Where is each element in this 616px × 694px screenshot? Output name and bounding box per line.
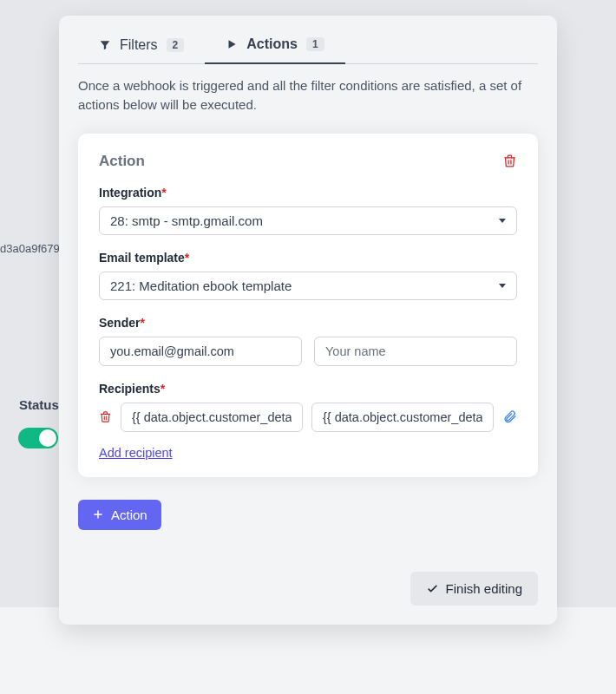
- tab-filters-badge: 2: [167, 38, 185, 52]
- actions-modal: Filters 2 Actions 1 Once a webhook is tr…: [59, 16, 557, 625]
- play-icon: [226, 38, 238, 50]
- sender-name-input[interactable]: [314, 337, 517, 366]
- toggle-knob: [39, 429, 56, 447]
- add-recipient-link[interactable]: Add recipient: [99, 446, 173, 460]
- template-label: Email template*: [99, 251, 517, 265]
- add-action-button[interactable]: Action: [78, 500, 161, 530]
- actions-description: Once a webhook is triggered and all the …: [78, 76, 538, 115]
- template-value: 221: Meditation ebook template: [110, 278, 292, 293]
- integration-select[interactable]: 28: smtp - smtp.gmail.com: [99, 206, 517, 235]
- remove-recipient-icon[interactable]: [99, 410, 112, 423]
- tab-actions-badge: 1: [306, 37, 324, 51]
- status-label: Status: [19, 397, 59, 412]
- modal-footer: Finish editing: [78, 572, 538, 606]
- integration-field: Integration* 28: smtp - smtp.gmail.com: [99, 186, 517, 235]
- status-toggle[interactable]: [18, 428, 58, 448]
- action-header: Action: [99, 153, 517, 170]
- sender-field: Sender*: [99, 316, 517, 366]
- tab-filters-label: Filters: [120, 37, 158, 53]
- action-card: Action Integration* 28: smtp - smtp.gmai…: [78, 134, 538, 477]
- recipient-name-input[interactable]: [311, 403, 494, 432]
- required-asterisk: *: [161, 382, 165, 396]
- template-field: Email template* 221: Meditation ebook te…: [99, 251, 517, 300]
- required-asterisk: *: [140, 316, 144, 330]
- filter-icon: [99, 39, 111, 51]
- required-asterisk: *: [161, 186, 166, 200]
- finish-editing-button[interactable]: Finish editing: [410, 572, 538, 606]
- sender-label: Sender*: [99, 316, 517, 330]
- template-select[interactable]: 221: Meditation ebook template: [99, 272, 517, 300]
- paperclip-icon[interactable]: [502, 409, 517, 424]
- action-title: Action: [99, 153, 145, 170]
- plus-icon: [92, 508, 104, 520]
- tab-filters[interactable]: Filters 2: [78, 28, 205, 63]
- partial-id-text: d3a0a9f679: [0, 242, 60, 255]
- recipients-label: Recipients*: [99, 382, 517, 396]
- chevron-down-icon: [499, 219, 506, 223]
- integration-value: 28: smtp - smtp.gmail.com: [110, 213, 263, 228]
- chevron-down-icon: [499, 284, 506, 288]
- tab-bar: Filters 2 Actions 1: [78, 28, 538, 64]
- check-icon: [426, 582, 439, 595]
- recipients-field: Recipients* Add recipient: [99, 382, 517, 460]
- add-action-label: Action: [111, 507, 147, 522]
- required-asterisk: *: [185, 251, 189, 265]
- tab-actions-label: Actions: [246, 36, 298, 52]
- finish-editing-label: Finish editing: [446, 581, 522, 596]
- tab-actions[interactable]: Actions 1: [205, 28, 344, 64]
- recipient-row: [99, 403, 517, 432]
- integration-label: Integration*: [99, 186, 517, 200]
- sender-email-input[interactable]: [99, 337, 302, 366]
- trash-icon[interactable]: [502, 154, 517, 168]
- recipient-email-input[interactable]: [121, 403, 303, 432]
